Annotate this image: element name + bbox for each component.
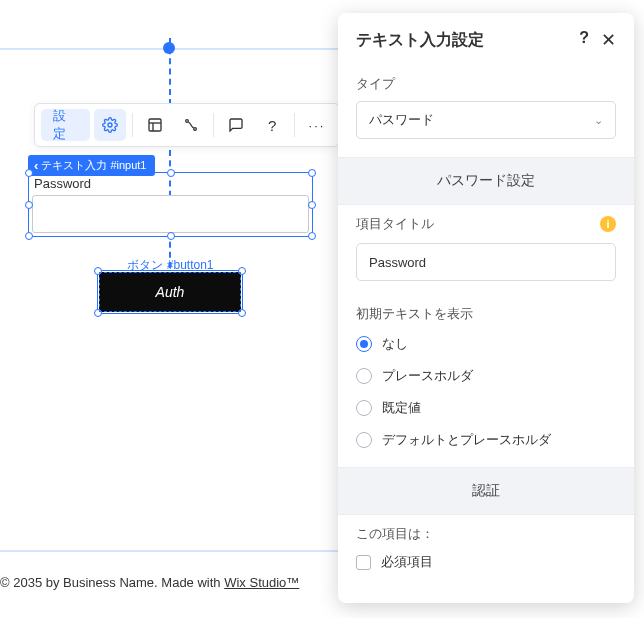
svg-point-4	[186, 120, 189, 123]
close-icon[interactable]: ✕	[601, 29, 616, 51]
footer-prefix: © 2035 by Business Name. Made with	[0, 575, 224, 590]
footer-text: © 2035 by Business Name. Made with Wix S…	[0, 575, 299, 590]
initial-text-radio-group: なし プレースホルダ 既定値 デフォルトとプレースホルダ	[356, 335, 616, 449]
anchor-handle[interactable]	[163, 42, 175, 54]
comment-icon[interactable]	[220, 109, 252, 141]
separator	[213, 113, 214, 137]
resize-handle[interactable]	[308, 232, 316, 240]
section-band-auth[interactable]: 認証	[338, 467, 634, 515]
svg-point-5	[194, 128, 197, 131]
footer-link[interactable]: Wix Studio™	[224, 575, 299, 590]
panel-title: テキスト入力設定	[356, 30, 484, 51]
resize-handle[interactable]	[308, 169, 316, 177]
type-label: タイプ	[356, 75, 616, 93]
separator	[294, 113, 295, 137]
animation-icon[interactable]	[175, 109, 207, 141]
chevron-down-icon: ⌄	[594, 114, 603, 127]
resize-handle[interactable]	[94, 309, 102, 317]
resize-handle[interactable]	[238, 309, 246, 317]
required-label: 必須項目	[381, 553, 433, 571]
svg-rect-1	[149, 119, 161, 131]
selected-input-element[interactable]: Password	[28, 172, 313, 237]
resize-handle[interactable]	[167, 169, 175, 177]
help-icon[interactable]: ?	[256, 109, 288, 141]
settings-panel: テキスト入力設定 ? ✕ タイプ パスワード ⌄ パスワード設定 項目タイトル …	[338, 13, 634, 603]
required-checkbox-row[interactable]: 必須項目	[356, 553, 616, 571]
more-icon[interactable]: ···	[301, 109, 333, 141]
layout-icon[interactable]	[139, 109, 171, 141]
guide-line	[0, 550, 340, 552]
auth-button-element[interactable]: Auth	[99, 272, 241, 312]
resize-handle[interactable]	[238, 267, 246, 275]
resize-handle[interactable]	[167, 232, 175, 240]
item-title-label: 項目タイトル	[356, 215, 434, 233]
element-tag-label: テキスト入力 #input1	[41, 158, 146, 173]
item-title-input[interactable]	[356, 243, 616, 281]
settings-button[interactable]: 設定	[41, 109, 90, 141]
radio-icon	[356, 400, 372, 416]
floating-toolbar: 設定 ? ···	[34, 103, 340, 147]
canvas-area: 設定 ? ··· テキスト入力 #input1 Password	[0, 0, 340, 618]
type-select[interactable]: パスワード ⌄	[356, 101, 616, 139]
resize-handle[interactable]	[308, 201, 316, 209]
resize-handle[interactable]	[25, 169, 33, 177]
radio-none[interactable]: なし	[356, 335, 616, 353]
initial-text-label: 初期テキストを表示	[356, 305, 616, 323]
resize-handle[interactable]	[94, 267, 102, 275]
checkbox-icon	[356, 555, 371, 570]
selection-outline	[97, 270, 243, 314]
resize-handle[interactable]	[25, 201, 33, 209]
radio-icon	[356, 432, 372, 448]
help-icon[interactable]: ?	[579, 29, 589, 51]
radio-default[interactable]: 既定値	[356, 399, 616, 417]
section-band-password[interactable]: パスワード設定	[338, 157, 634, 205]
svg-point-0	[108, 123, 112, 127]
info-icon[interactable]: i	[600, 216, 616, 232]
password-input[interactable]	[32, 195, 309, 233]
radio-icon	[356, 368, 372, 384]
type-value: パスワード	[369, 111, 434, 129]
radio-both[interactable]: デフォルトとプレースホルダ	[356, 431, 616, 449]
gear-icon[interactable]	[94, 109, 126, 141]
separator	[132, 113, 133, 137]
radio-placeholder[interactable]: プレースホルダ	[356, 367, 616, 385]
resize-handle[interactable]	[25, 232, 33, 240]
panel-header: テキスト入力設定 ? ✕	[338, 13, 634, 65]
radio-icon	[356, 336, 372, 352]
this-item-label: この項目は：	[356, 525, 616, 543]
